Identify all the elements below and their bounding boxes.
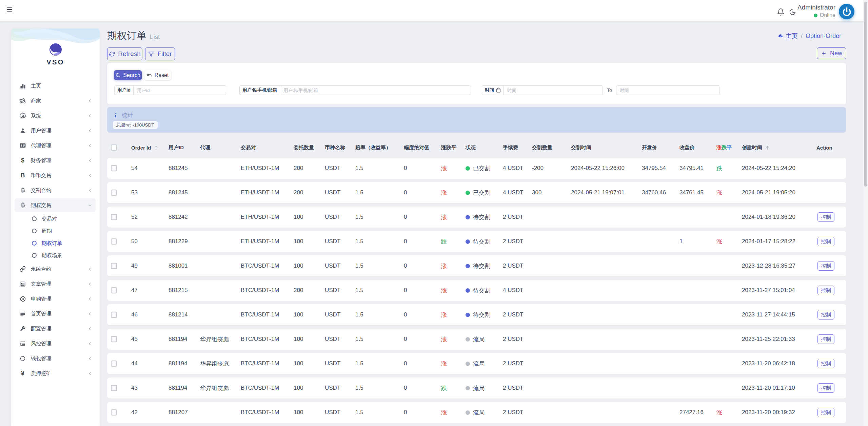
cell-created: 2024-01-18 19:36:20	[742, 214, 816, 220]
sidebar-item[interactable]: 申购管理	[11, 291, 100, 306]
dark-mode-moon-icon[interactable]	[789, 8, 796, 16]
cell-fee: 2 USDT	[503, 263, 532, 269]
control-button[interactable]: 控制	[817, 261, 834, 271]
sidebar-item[interactable]: 永续合约	[11, 262, 100, 276]
cell-amount: 100	[294, 263, 325, 269]
sidebar-subitem[interactable]: 交易对	[11, 213, 100, 225]
row-checkbox[interactable]	[111, 336, 117, 342]
sidebar-item[interactable]: 期权交易	[11, 198, 100, 213]
row-checkbox[interactable]	[111, 263, 117, 269]
cell-delivery-time: 2024-05-21 19:07:01	[571, 189, 642, 196]
time-to-input[interactable]	[616, 86, 719, 95]
time-to-separator: To	[607, 88, 612, 93]
control-button[interactable]: 控制	[817, 286, 834, 295]
col-header-order-id[interactable]: Order Id	[131, 145, 169, 151]
sidebar-item[interactable]: 风控管理	[11, 336, 100, 351]
control-button[interactable]: 控制	[817, 212, 834, 222]
chevron-left-icon	[88, 129, 92, 133]
notifications-bell-icon[interactable]	[777, 8, 785, 16]
select-all-checkbox[interactable]	[111, 144, 117, 151]
sidebar-subitem[interactable]: 期权订单	[11, 237, 100, 249]
cell-close-price: 34761.45	[679, 189, 716, 196]
cell-created: 2023-11-20 01:17:10	[742, 385, 816, 391]
row-checkbox[interactable]	[111, 312, 117, 318]
avatar[interactable]	[839, 4, 854, 19]
table-row[interactable]: 42881207BTC/USDT-1M100USDT1.50涨流局2 USDT2…	[107, 402, 846, 423]
row-checkbox[interactable]	[111, 409, 117, 415]
table-row[interactable]: 54881245ETH/USDT-1M200USDT1.50涨已交割4 USDT…	[107, 158, 846, 179]
sidebar-item[interactable]: $财务管理	[11, 153, 100, 168]
row-checkbox[interactable]	[111, 287, 117, 293]
hamburger-menu-icon[interactable]	[7, 7, 12, 12]
sidebar-item[interactable]: 交割合约	[11, 183, 100, 198]
row-checkbox[interactable]	[111, 385, 117, 391]
table-row[interactable]: 47881215BTC/USDT-1M200USDT1.50涨待交割4 USDT…	[107, 280, 846, 301]
status-dot-icon	[466, 313, 470, 317]
sidebar-subitem[interactable]: 期权场景	[11, 249, 100, 262]
sort-up-icon[interactable]	[154, 145, 159, 150]
status-dot-icon	[466, 410, 470, 415]
reset-button[interactable]: Reset	[144, 70, 171, 80]
table-row[interactable]: 53881245ETH/USDT-1M200USDT1.50涨已交割4 USDT…	[107, 182, 846, 203]
control-button[interactable]: 控制	[817, 359, 834, 368]
breadcrumb-home[interactable]: 主页	[778, 32, 798, 40]
table-row[interactable]: 45881194华昇组丧彪BTC/USDT-1M100USDT1.50涨流局2 …	[107, 329, 846, 350]
active-item-background	[15, 198, 96, 212]
table-row[interactable]: 52881242ETH/USDT-1M100USDT1.50涨待交割2 USDT…	[107, 207, 846, 228]
search-button[interactable]: Search	[114, 70, 142, 80]
sidebar-item[interactable]: ¥质押挖矿	[11, 366, 100, 381]
cell-amount: 100	[294, 238, 325, 245]
cell-amount: 100	[294, 214, 325, 220]
new-button[interactable]: New	[817, 47, 846, 59]
table-row[interactable]: 44881194华昇组丧彪BTC/USDT-1M100USDT1.50涨流局2 …	[107, 353, 846, 374]
sidebar-item[interactable]: 配置管理	[11, 321, 100, 336]
filter-button[interactable]: Filter	[145, 47, 175, 60]
control-button[interactable]: 控制	[817, 408, 834, 417]
row-checkbox[interactable]	[111, 165, 117, 171]
sidebar-item[interactable]: 首页管理	[11, 306, 100, 321]
control-button[interactable]: 控制	[817, 310, 834, 320]
cell-amplitude: 0	[404, 336, 441, 343]
sort-up-icon[interactable]	[765, 145, 770, 150]
scrollbar-thumb[interactable]	[864, 2, 867, 187]
cell-amplitude: 0	[404, 311, 441, 318]
row-checkbox[interactable]	[111, 361, 117, 367]
table-row[interactable]: 49881001BTC/USDT-1M100USDT1.50涨待交割2 USDT…	[107, 255, 846, 276]
row-checkbox[interactable]	[111, 190, 117, 196]
cell-pair: BTC/USDT-1M	[241, 336, 294, 343]
user-id-input[interactable]	[134, 86, 226, 95]
cell-odds: 1.5	[355, 263, 404, 269]
control-button[interactable]: 控制	[817, 334, 834, 344]
user-menu[interactable]: Administrator Online	[797, 4, 835, 18]
chevron-left-icon	[88, 297, 92, 301]
control-button[interactable]: 控制	[817, 237, 834, 246]
table-row[interactable]: 50881229ETH/USDT-1M100USDT1.50跌待交割2 USDT…	[107, 231, 846, 252]
col-header-amount: 委托数量	[294, 144, 325, 151]
table-row[interactable]: 43881194华昇组丧彪BTC/USDT-1M100USDT1.50跌流局2 …	[107, 377, 846, 399]
sidebar-item[interactable]: 主页	[11, 78, 100, 93]
cell-fee: 4 USDT	[503, 189, 532, 196]
sidebar-item-label: 质押挖矿	[31, 370, 51, 377]
search-icon	[115, 73, 120, 78]
sidebar-item[interactable]: B币币交易	[11, 168, 100, 183]
cell-close-price: 1	[679, 238, 716, 245]
cell-created: 2024-05-22 15:24:20	[742, 165, 816, 172]
row-checkbox[interactable]	[111, 238, 117, 245]
sidebar-item[interactable]: 文章管理	[11, 276, 100, 291]
table-row[interactable]: 46881214BTC/USDT-1M100USDT1.50涨待交割2 USDT…	[107, 304, 846, 325]
sidebar-item[interactable]: 用户管理	[11, 123, 100, 138]
sidebar-subitem[interactable]: 周期	[11, 225, 100, 237]
control-button[interactable]: 控制	[817, 383, 834, 393]
sidebar-item[interactable]: 代理管理	[11, 138, 100, 153]
cell-action: 控制	[816, 334, 846, 344]
cell-odds: 1.5	[355, 409, 404, 416]
col-header-created[interactable]: 创建时间	[742, 144, 816, 151]
time-from-input[interactable]	[504, 86, 603, 95]
refresh-button[interactable]: Refresh	[107, 47, 142, 60]
sidebar-item[interactable]: 系统	[11, 108, 100, 123]
user-name-input[interactable]	[280, 86, 471, 95]
sidebar-item[interactable]: 商家	[11, 93, 100, 108]
sidebar-item[interactable]: 钱包管理	[11, 351, 100, 366]
row-checkbox[interactable]	[111, 214, 117, 220]
cell-status: 已交割	[466, 164, 503, 172]
